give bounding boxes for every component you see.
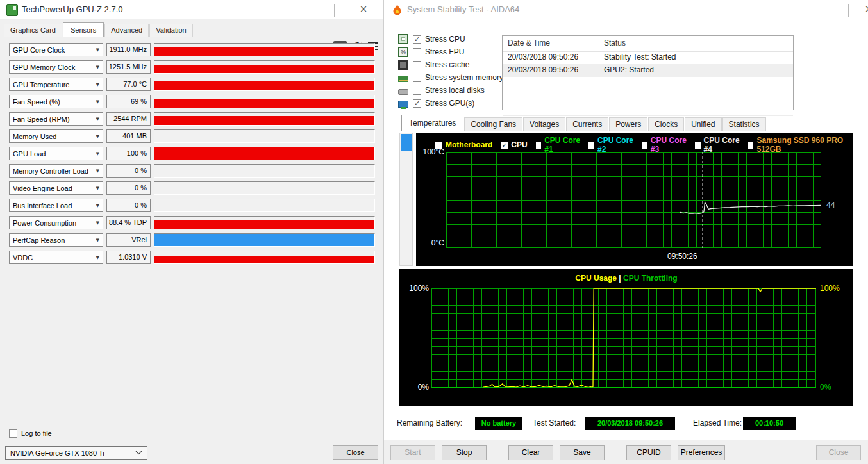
- preferences-button[interactable]: Preferences: [678, 445, 725, 460]
- sensor-select-bus-interface-load[interactable]: Bus Interface Load▼: [9, 199, 103, 212]
- aida64-window: System Stability Test - AIDA64 × ✓ Stres…: [383, 0, 868, 464]
- table-row[interactable]: 20/03/2018 09:50:26 Stability Test: Star…: [503, 51, 793, 64]
- y-axis-max-label-right: 100%: [820, 284, 840, 293]
- sensor-select-power-consumption[interactable]: Power Consumption▼: [9, 216, 103, 229]
- sensor-row: Fan Speed (%)▼ 69 %: [0, 95, 383, 108]
- current-value-label: 44: [826, 201, 835, 210]
- sensor-select-gpu-core-clock[interactable]: GPU Core Clock▼: [9, 43, 103, 56]
- remaining-battery-value: No battery: [475, 417, 522, 430]
- minimize-icon[interactable]: [295, 5, 314, 15]
- tab-voltages[interactable]: Voltages: [523, 117, 565, 131]
- sensor-select-perfcap-reason[interactable]: PerfCap Reason▼: [9, 233, 103, 247]
- tab-cooling-fans[interactable]: Cooling Fans: [464, 117, 522, 131]
- temperature-plot: [446, 152, 821, 248]
- maximize-icon[interactable]: [839, 5, 858, 15]
- tab-validation[interactable]: Validation: [149, 24, 193, 37]
- legend-item: CPU Core #2: [588, 136, 633, 154]
- chart-vertical-scrollbar[interactable]: [399, 133, 413, 266]
- table-row-empty: [503, 90, 793, 103]
- gpuz-tabs: Graphics Card Sensors Advanced Validatio…: [4, 22, 194, 37]
- sensor-select-memory-controller-load[interactable]: Memory Controller Load▼: [9, 164, 103, 178]
- remaining-battery-label: Remaining Battery:: [397, 417, 462, 430]
- table-row-selected[interactable]: 20/03/2018 09:50:26 GPU2: Started: [503, 64, 793, 77]
- sensor-select-gpu-temperature[interactable]: GPU Temperature▼: [9, 78, 103, 91]
- chevron-down-icon: ▼: [96, 255, 99, 260]
- status-log-table: Date & Time Status 20/03/2018 09:50:26 S…: [502, 35, 794, 110]
- chevron-down-icon: ▼: [96, 186, 99, 191]
- y-axis-min-label-right: 0%: [820, 383, 831, 392]
- tab-graphics-card[interactable]: Graphics Card: [4, 24, 62, 37]
- sensor-value: 0 %: [106, 199, 151, 212]
- sensor-select-vddc[interactable]: VDDC▼: [9, 251, 103, 264]
- header-date-time: Date & Time: [508, 38, 550, 47]
- sensor-history-bar: [154, 181, 375, 195]
- start-button[interactable]: Start: [390, 445, 435, 460]
- save-button[interactable]: Save: [560, 445, 605, 460]
- chevron-down-icon: ▼: [96, 82, 99, 87]
- fpu-chip-icon: %: [398, 47, 408, 57]
- tab-powers[interactable]: Powers: [609, 117, 647, 131]
- maximize-icon[interactable]: [325, 5, 344, 15]
- tab-statistics[interactable]: Statistics: [722, 117, 766, 131]
- tab-sensors[interactable]: Sensors: [63, 22, 104, 37]
- sensor-select-fan-speed-rpm[interactable]: Fan Speed (RPM)▼: [9, 112, 103, 126]
- legend-cpu-core2-checkbox[interactable]: [588, 142, 594, 149]
- aida-close-button[interactable]: Close: [816, 445, 861, 460]
- scrollbar-thumb[interactable]: [401, 134, 412, 151]
- clear-button[interactable]: Clear: [508, 445, 553, 460]
- chevron-down-icon: ▼: [96, 203, 99, 208]
- legend-item: CPU Core #1: [536, 136, 581, 154]
- sensor-row: PerfCap Reason▼ VRel: [0, 233, 383, 247]
- sensor-select-memory-used[interactable]: Memory Used▼: [9, 129, 103, 143]
- minimize-icon[interactable]: [815, 5, 835, 15]
- cpuid-button[interactable]: CPUID: [626, 445, 671, 460]
- sensor-history-bar: [154, 216, 375, 229]
- legend-ssd-checkbox[interactable]: [748, 142, 754, 149]
- gpuz-window-title: TechPowerUp GPU-Z 2.7.0: [22, 0, 123, 19]
- sensor-value: VRel: [106, 233, 151, 247]
- tab-temperatures[interactable]: Temperatures: [401, 115, 463, 131]
- tab-currents[interactable]: Currents: [566, 117, 608, 131]
- stress-cpu-checkbox[interactable]: ✓: [413, 35, 421, 44]
- sensor-row: GPU Memory Clock▼ 1251.5 MHz: [0, 60, 383, 74]
- sensor-select-gpu-load[interactable]: GPU Load▼: [9, 147, 103, 160]
- chevron-down-icon: ▼: [96, 220, 99, 226]
- chevron-down-icon: ▼: [96, 134, 99, 139]
- stress-option: ✓ Stress CPU: [398, 34, 465, 44]
- stress-system-memory-checkbox[interactable]: [413, 74, 421, 82]
- legend-cpu-core3-checkbox[interactable]: [642, 142, 647, 149]
- stress-fpu-checkbox[interactable]: [413, 48, 421, 56]
- tab-unified[interactable]: Unified: [685, 117, 721, 131]
- table-header-row: Date & Time Status: [503, 36, 793, 52]
- tab-advanced[interactable]: Advanced: [104, 24, 149, 37]
- gpuz-titlebar[interactable]: TechPowerUp GPU-Z 2.7.0 ×: [0, 0, 383, 19]
- chevron-down-icon: ▼: [96, 65, 99, 70]
- sensor-select-fan-speed-pct[interactable]: Fan Speed (%)▼: [9, 95, 103, 108]
- stress-option: Stress system memory: [398, 72, 503, 83]
- gpuz-tabstrip: Graphics Card Sensors Advanced Validatio…: [0, 19, 383, 37]
- legend-item: CPU Core #4: [695, 136, 740, 154]
- stress-option: ✓ Stress GPU(s): [398, 98, 474, 108]
- tab-clocks[interactable]: Clocks: [648, 117, 684, 131]
- gpuz-close-button[interactable]: Close: [333, 445, 378, 460]
- close-icon[interactable]: ×: [354, 4, 373, 15]
- y-axis-min-label-left: 0%: [403, 383, 429, 392]
- sensor-value: 0 %: [106, 181, 151, 195]
- stress-gpus-checkbox[interactable]: ✓: [413, 99, 421, 108]
- stress-cache-checkbox[interactable]: [413, 61, 421, 69]
- aida-titlebar[interactable]: System Stability Test - AIDA64 ×: [384, 0, 868, 19]
- legend-cpu-core1-checkbox[interactable]: [536, 142, 542, 149]
- legend-cpu-checkbox[interactable]: ✓: [501, 142, 508, 149]
- sensor-select-video-engine-load[interactable]: Video Engine Load▼: [9, 181, 103, 195]
- legend-item: CPU Core #3: [642, 136, 687, 154]
- close-icon[interactable]: ×: [859, 4, 868, 15]
- stress-local-disks-checkbox[interactable]: [413, 87, 421, 95]
- y-axis-min-label: 0°C: [417, 238, 444, 247]
- gpu-device-select[interactable]: NVIDIA GeForce GTX 1080 Ti: [5, 446, 147, 460]
- log-to-file-checkbox[interactable]: [9, 429, 17, 438]
- legend-cpu-core4-checkbox[interactable]: [695, 142, 701, 149]
- sensor-select-gpu-memory-clock[interactable]: GPU Memory Clock▼: [9, 60, 103, 74]
- stress-option: % Stress FPU: [398, 47, 464, 57]
- chart-title-usage: CPU Usage: [575, 274, 617, 283]
- stop-button[interactable]: Stop: [442, 445, 487, 460]
